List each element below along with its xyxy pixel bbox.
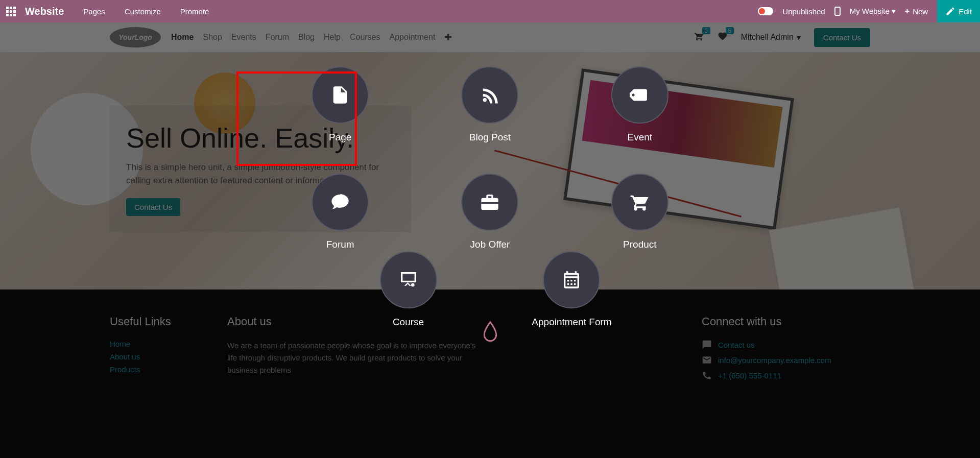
menu-customize[interactable]: Customize bbox=[119, 7, 166, 16]
presentation-icon bbox=[398, 270, 419, 290]
plus-icon: + bbox=[905, 7, 910, 16]
calendar-icon bbox=[561, 270, 582, 290]
pencil-icon bbox=[945, 6, 955, 16]
editor-topbar: Website Pages Customize Promote Unpublis… bbox=[0, 0, 980, 22]
cart-icon bbox=[630, 192, 650, 212]
new-blogpost-option[interactable]: Blog Post bbox=[461, 66, 518, 143]
mobile-preview-icon[interactable] bbox=[834, 7, 841, 16]
new-blogpost-label: Blog Post bbox=[469, 132, 511, 143]
apps-icon[interactable] bbox=[6, 7, 16, 16]
new-forum-label: Forum bbox=[326, 239, 354, 250]
odoo-drop-icon bbox=[481, 321, 499, 343]
app-brand[interactable]: Website bbox=[25, 6, 64, 17]
new-page-option[interactable]: Page bbox=[312, 66, 369, 143]
new-course-label: Course bbox=[393, 317, 424, 328]
new-event-option[interactable]: Event bbox=[611, 66, 668, 143]
publish-status: Unpublished bbox=[782, 7, 825, 16]
speech-icon bbox=[330, 192, 350, 212]
edit-button[interactable]: Edit bbox=[937, 0, 980, 22]
new-course-option[interactable]: Course bbox=[380, 251, 437, 328]
new-content-modal: Page Blog Post Event Forum Job Offer Pro… bbox=[296, 66, 684, 250]
ticket-icon bbox=[630, 85, 650, 105]
rss-icon bbox=[480, 85, 500, 105]
new-product-option[interactable]: Product bbox=[611, 174, 668, 250]
page-icon bbox=[330, 85, 350, 105]
new-joboffer-label: Job Offer bbox=[470, 239, 510, 250]
new-appointment-label: Appointment Form bbox=[532, 317, 611, 328]
new-page-label: Page bbox=[329, 132, 351, 143]
new-forum-option[interactable]: Forum bbox=[312, 174, 369, 250]
publish-toggle[interactable] bbox=[758, 7, 773, 15]
website-selector[interactable]: My Website▾ bbox=[850, 7, 896, 16]
new-content-modal-row3: Course Appointment Form bbox=[357, 251, 623, 328]
briefcase-icon bbox=[480, 192, 500, 212]
new-appointment-option[interactable]: Appointment Form bbox=[532, 251, 611, 328]
menu-promote[interactable]: Promote bbox=[175, 7, 214, 16]
new-product-label: Product bbox=[623, 239, 656, 250]
new-joboffer-option[interactable]: Job Offer bbox=[461, 174, 518, 250]
new-event-label: Event bbox=[628, 132, 653, 143]
menu-pages[interactable]: Pages bbox=[78, 7, 110, 16]
new-button[interactable]: +New bbox=[905, 7, 928, 16]
